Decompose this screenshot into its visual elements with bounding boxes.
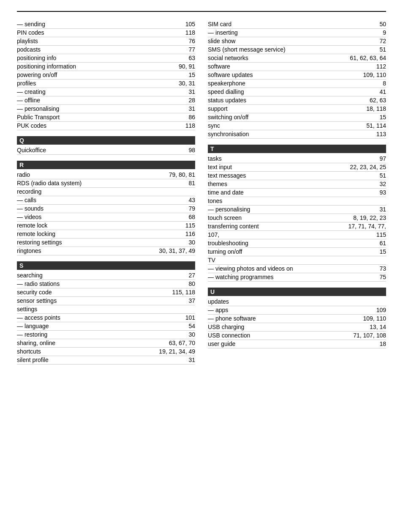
index-entry: — access points101 — [17, 314, 195, 322]
index-columns: — sending105PIN codes118playlists76podca… — [17, 20, 386, 365]
entry-label: switching on/off — [208, 114, 379, 121]
entry-label: — radio stations — [17, 280, 188, 287]
entry-label: — apps — [208, 307, 376, 313]
entry-page: 115 — [185, 222, 195, 229]
entry-page: 28 — [188, 97, 195, 104]
index-entry: text messages51 — [208, 172, 386, 180]
entry-page: 32 — [379, 181, 386, 187]
index-entry: troubleshooting61 — [208, 239, 386, 248]
index-entry: software updates109, 110 — [208, 71, 386, 80]
entry-label: — language — [17, 323, 188, 329]
entry-page: 31 — [188, 88, 195, 95]
entry-label: tones — [208, 197, 386, 204]
index-entry: searching27 — [17, 271, 195, 280]
entry-label: recording — [17, 188, 195, 195]
index-entry: themes32 — [208, 180, 386, 189]
entry-label: Public Transport — [17, 114, 188, 121]
left-sections: QQuickoffice98Rradio79, 80, 81RDS (radio… — [17, 136, 195, 365]
entry-page: 54 — [188, 323, 195, 329]
entry-label: slide show — [208, 38, 379, 44]
entry-label: software updates — [208, 71, 363, 78]
entry-page: 113 — [376, 131, 386, 137]
entry-page: 61 — [379, 240, 386, 247]
entry-page: 109 — [376, 307, 386, 313]
index-entry: text input22, 23, 24, 25 — [208, 163, 386, 172]
index-entry: — apps109 — [208, 306, 386, 315]
entry-page: 118 — [185, 29, 195, 36]
entry-label: USB charging — [208, 324, 370, 330]
entry-page: 63 — [188, 55, 195, 61]
entry-label: — calls — [17, 197, 188, 203]
entry-label: speed dialling — [208, 88, 379, 95]
entry-page: 51, 114 — [366, 122, 386, 129]
entry-page: 8, 19, 22, 23 — [353, 214, 386, 221]
index-entry: transferring content17, 71, 74, 77, — [208, 222, 386, 231]
index-entry: — offline28 — [17, 96, 195, 105]
entry-page: 30 — [188, 331, 195, 338]
index-entry: synchronisation113 — [208, 130, 386, 139]
index-entry: social networks61, 62, 63, 64 — [208, 54, 386, 63]
entry-page: 116 — [185, 230, 195, 237]
entry-page: 112 — [376, 63, 386, 70]
index-entry: speakerphone8 — [208, 80, 386, 88]
entry-page: 109, 110 — [363, 71, 387, 78]
entry-label: turning on/off — [208, 248, 379, 255]
index-entry: — personalising31 — [208, 206, 386, 214]
entry-label: — videos — [17, 214, 188, 220]
entry-label: tasks — [208, 155, 379, 162]
entry-page: 90, 91 — [179, 63, 195, 70]
index-entry: — radio stations80 — [17, 280, 195, 288]
entry-page: 27 — [188, 272, 195, 279]
index-entry: sync51, 114 — [208, 122, 386, 130]
index-entry: — watching programmes75 — [208, 273, 386, 282]
index-entry: slide show72 — [208, 37, 386, 46]
index-entry: remote lock115 — [17, 222, 195, 230]
entry-page: 9 — [383, 29, 386, 36]
entry-label: themes — [208, 181, 379, 187]
index-entry: support18, 118 — [208, 105, 386, 113]
entry-label: settings — [17, 306, 195, 313]
entry-label: — offline — [17, 97, 188, 104]
right-column: SIM card50— inserting9slide show72SMS (s… — [208, 20, 386, 365]
entry-page: 86 — [188, 114, 195, 121]
index-entry: — sending105 — [17, 20, 195, 29]
page: — sending105PIN codes118playlists76podca… — [0, 0, 403, 532]
entry-page: 37 — [188, 297, 195, 304]
index-entry: profiles30, 31 — [17, 80, 195, 88]
entry-page: 31 — [188, 105, 195, 112]
index-entry: ringtones30, 31, 37, 49 — [17, 247, 195, 255]
entry-label: support — [208, 105, 366, 112]
entry-page: 81 — [188, 180, 195, 186]
index-entry: turning on/off15 — [208, 248, 386, 256]
entry-page: 30, 31 — [179, 80, 195, 87]
section-header: U — [208, 288, 386, 296]
entry-page: 13, 14 — [370, 324, 386, 330]
entry-page: 43 — [188, 197, 195, 203]
entry-label: 107, — [208, 231, 376, 238]
index-entry: positioning information90, 91 — [17, 63, 195, 71]
entry-label: shortcuts — [17, 348, 159, 355]
entry-page: 75 — [379, 274, 386, 280]
entry-page: 98 — [188, 147, 195, 154]
index-entry: tones — [208, 197, 386, 206]
index-entry: 107,115 — [208, 231, 386, 239]
index-entry: restoring settings30 — [17, 239, 195, 247]
index-entry: sharing, online63, 67, 70 — [17, 339, 195, 348]
entry-page: 30 — [188, 239, 195, 246]
index-entry: PIN codes118 — [17, 29, 195, 37]
entry-label: troubleshooting — [208, 240, 379, 247]
entry-label: sensor settings — [17, 297, 188, 304]
entry-page: 62, 63 — [370, 97, 386, 104]
entry-page: 51 — [379, 46, 386, 53]
entry-page: 79 — [188, 205, 195, 212]
index-entry: — personalising31 — [17, 105, 195, 113]
index-entry: SIM card50 — [208, 20, 386, 29]
index-entry: USB connection71, 107, 108 — [208, 332, 386, 340]
index-entry: recording — [17, 188, 195, 196]
section-header: S — [17, 261, 195, 270]
entry-label: — watching programmes — [208, 274, 379, 280]
entry-page: 105 — [185, 21, 195, 27]
entry-label: profiles — [17, 80, 179, 87]
entry-label: touch screen — [208, 214, 353, 221]
index-entry: status updates62, 63 — [208, 96, 386, 105]
